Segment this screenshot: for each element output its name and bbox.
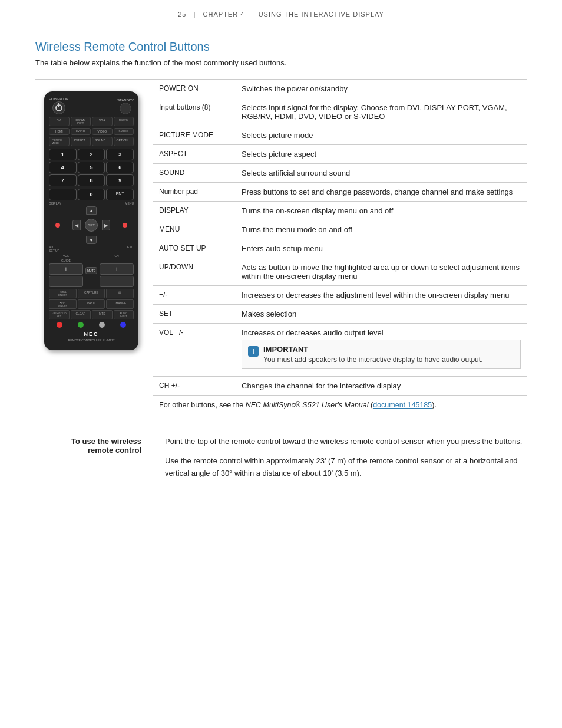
hdmi-button[interactable]: HDMI bbox=[49, 128, 70, 135]
button-desc-display: Turns the on-screen display menu on and … bbox=[236, 202, 527, 220]
green-dot-button[interactable] bbox=[78, 322, 84, 328]
gray-dot-button[interactable] bbox=[99, 322, 105, 328]
button-desc-sound: Selects artificial surround sound bbox=[236, 164, 527, 183]
pip-icon-button[interactable]: ▤ bbox=[106, 289, 134, 298]
num-9-button[interactable]: 9 bbox=[106, 174, 134, 186]
button-name-sound: SOUND bbox=[153, 164, 236, 183]
vga-button[interactable]: VGA bbox=[92, 117, 113, 126]
option-button[interactable]: OPTION bbox=[114, 137, 134, 146]
nav-right-button[interactable]: ▶ bbox=[102, 220, 110, 230]
button-name-aspect: ASPECT bbox=[153, 145, 236, 164]
bottom-section: To use the wireless remote control Point… bbox=[35, 426, 527, 504]
numpad-1-9: 1 2 3 4 5 6 7 8 9 bbox=[49, 149, 134, 186]
table-row: +/- Increases or decreases the adjustmen… bbox=[153, 286, 527, 305]
button-desc-up-down: Acts as button to move the highlighted a… bbox=[236, 258, 527, 286]
mute-button[interactable]: MUTE bbox=[85, 267, 97, 274]
display-port-button[interactable]: DISPLAYPORT bbox=[71, 117, 91, 126]
display-dot[interactable] bbox=[55, 223, 60, 228]
ent-button[interactable]: ENT bbox=[106, 189, 134, 200]
vol-plus-button[interactable]: + bbox=[49, 263, 83, 275]
nav-row: ▲ ▼ ◀ ▶ SET bbox=[49, 206, 134, 244]
vol-minus-button[interactable]: – bbox=[49, 276, 83, 287]
video-button[interactable]: VIDEO bbox=[92, 128, 113, 135]
button-table-col: POWER ON Switches the power on/standby I… bbox=[153, 80, 527, 414]
pip-off-button[interactable]: • PIPON/OFF bbox=[49, 299, 77, 309]
table-row: UP/DOWN Acts as button to move the highl… bbox=[153, 258, 527, 286]
dvi-button[interactable]: DVI bbox=[49, 117, 70, 126]
nav-down-button[interactable]: ▼ bbox=[86, 236, 97, 244]
s-video-button[interactable]: S-VIDEO bbox=[114, 128, 134, 135]
capture-button[interactable]: CAPTURE bbox=[78, 289, 105, 298]
table-row: SOUND Selects artificial surround sound bbox=[153, 164, 527, 183]
button-desc-aspect: Selects picture aspect bbox=[236, 145, 527, 164]
num-6-button[interactable]: 6 bbox=[106, 162, 134, 173]
input-row-1: DVI DISPLAYPORT VGA RGB/RV bbox=[49, 117, 134, 126]
bottom-border bbox=[35, 510, 527, 510]
red-dot-button[interactable] bbox=[57, 322, 62, 328]
footer-note: For other buttons, see the NEC MultiSync… bbox=[153, 396, 527, 414]
num-7-button[interactable]: 7 bbox=[49, 174, 77, 186]
dvd-hd-button[interactable]: DVD/HD bbox=[71, 128, 91, 135]
button-name-display: DISPLAY bbox=[153, 202, 236, 220]
remote-id-button[interactable]: • REMOTE IDSET bbox=[49, 310, 70, 319]
mts-button[interactable]: MTS bbox=[92, 310, 113, 319]
ch-minus-button[interactable]: – bbox=[100, 276, 134, 287]
table-row: PICTURE MODE Selects picture mode bbox=[153, 126, 527, 145]
button-desc-menu: Turns the menu mode on and off bbox=[236, 220, 527, 239]
num-8-button[interactable]: 8 bbox=[78, 174, 105, 186]
button-desc-numpad: Press buttons to set and change password… bbox=[236, 183, 527, 202]
autoset-exit-row: AUTOSET UP EXIT bbox=[49, 245, 134, 252]
button-desc-plus-minus: Increases or decreases the adjustment le… bbox=[236, 286, 527, 305]
page-number: 25 bbox=[178, 11, 186, 18]
important-icon: i bbox=[248, 346, 259, 357]
mute-col: MUTE bbox=[85, 254, 97, 287]
num-3-button[interactable]: 3 bbox=[106, 149, 134, 160]
picture-mode-button[interactable]: PICTUREMODE bbox=[49, 137, 70, 146]
ch-col: CH + – bbox=[100, 254, 134, 287]
colored-dots-row bbox=[49, 322, 134, 328]
menu-dot[interactable] bbox=[123, 223, 127, 228]
rgb-rv-button[interactable]: RGB/RV bbox=[114, 117, 134, 126]
num-5-button[interactable]: 5 bbox=[78, 162, 105, 173]
ch-plus-button[interactable]: + bbox=[100, 263, 134, 275]
blue-dot-button[interactable] bbox=[120, 322, 126, 328]
important-box: i IMPORTANT You must add speakers to the… bbox=[242, 340, 521, 369]
button-name-picture-mode: PICTURE MODE bbox=[153, 126, 236, 145]
power-on-label: POWER ON bbox=[49, 97, 68, 101]
num-2-button[interactable]: 2 bbox=[78, 149, 105, 160]
button-desc-power-on: Switches the power on/standby bbox=[236, 80, 527, 98]
important-text: IMPORTANT You must add speakers to the i… bbox=[263, 345, 482, 364]
standby-button[interactable] bbox=[120, 103, 131, 114]
document-link[interactable]: document 145185 bbox=[373, 401, 432, 409]
set-button[interactable]: SET bbox=[85, 219, 98, 232]
sound-button[interactable]: SOUND bbox=[92, 137, 113, 146]
num-4-button[interactable]: 4 bbox=[49, 162, 77, 173]
model-label: REMOTE CONTROLLER RL-M117 bbox=[49, 338, 134, 342]
nav-circle: ▲ ▼ ◀ ▶ SET bbox=[72, 206, 110, 244]
dash-button[interactable]: – bbox=[49, 189, 77, 200]
button-name-ch: CH +/- bbox=[153, 377, 236, 396]
power-on-button[interactable] bbox=[52, 101, 65, 114]
table-row: VOL +/- Increases or decreases audio out… bbox=[153, 324, 527, 377]
main-table-area: POWER ON STANDBY DVI DISPLAYPORT VGA bbox=[35, 79, 527, 414]
input-row-2: HDMI DVD/HD VIDEO S-VIDEO bbox=[49, 128, 134, 135]
aspect-button[interactable]: ASPECT bbox=[71, 137, 91, 146]
still-off-button[interactable]: • STILLON/OFF bbox=[49, 289, 77, 298]
button-name-numpad: Number pad bbox=[153, 183, 236, 202]
num-0-button[interactable]: 0 bbox=[78, 189, 105, 200]
num-1-button[interactable]: 1 bbox=[49, 149, 77, 160]
table-row: CH +/- Changes the channel for the inter… bbox=[153, 377, 527, 396]
button-desc-auto-setup: Enters auto setup menu bbox=[236, 239, 527, 258]
change-button[interactable]: CHANGE bbox=[106, 299, 134, 309]
bottom-para-2: Use the remote control within approximat… bbox=[165, 455, 527, 480]
nav-up-button[interactable]: ▲ bbox=[86, 206, 97, 215]
button-name-set: SET bbox=[153, 305, 236, 324]
exit-label: EXIT bbox=[127, 245, 134, 252]
audio-input-button[interactable]: AUDIOINPUT bbox=[114, 310, 134, 319]
bottom-label: To use the wireless remote control bbox=[71, 437, 141, 454]
button-desc-set: Makes selection bbox=[236, 305, 527, 324]
zero-row: – 0 ENT bbox=[49, 189, 134, 200]
input-button[interactable]: INPUT bbox=[78, 299, 105, 309]
clear-button[interactable]: CLEAR bbox=[71, 310, 91, 319]
nav-left-button[interactable]: ◀ bbox=[72, 220, 81, 230]
